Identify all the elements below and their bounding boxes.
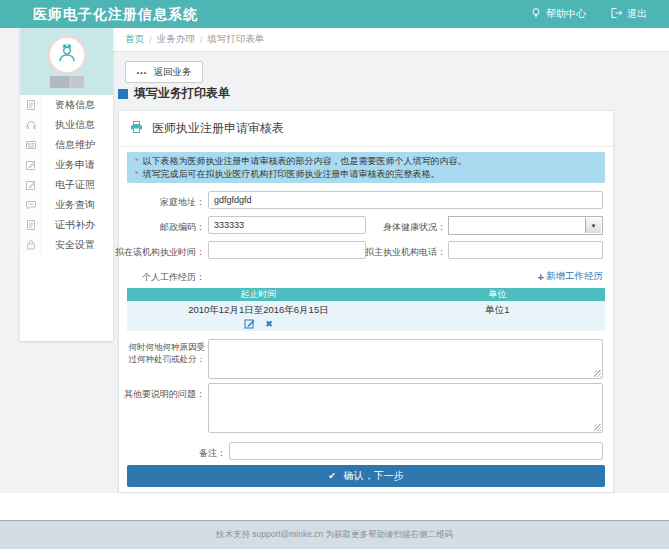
postal-code-input[interactable] xyxy=(208,216,366,234)
notice-box: *以下表格为医师执业注册申请审核表的部分内容，也是需要医师个人填写的内容。 *填… xyxy=(127,152,605,183)
sidebar-item-e-certificate[interactable]: 电子证照 xyxy=(20,175,113,195)
work-experience-label: 个人工作经历： xyxy=(142,271,205,284)
square-bullet-icon xyxy=(118,89,128,99)
document-icon xyxy=(20,215,42,235)
back-button-label: 返回业务 xyxy=(154,66,192,79)
postal-code-label: 邮政编码： xyxy=(160,221,205,234)
punishment-label: 何时何地何种原因受过何种处罚或处分： xyxy=(123,341,205,365)
row-actions: ✖ xyxy=(127,318,390,329)
chat-bubble-icon xyxy=(20,195,42,215)
delete-icon[interactable]: ✖ xyxy=(265,319,273,329)
other-issues-textarea-wrap xyxy=(208,383,603,433)
sidebar-item-label: 证书补办 xyxy=(42,218,95,232)
breadcrumb-current: 填写打印表单 xyxy=(207,33,264,46)
sidebar-item-security-settings[interactable]: 安全设置 xyxy=(20,235,113,255)
top-header: 医师电子化注册信息系统 帮助中心 退出 xyxy=(0,0,669,28)
add-work-experience-link[interactable]: + 新增工作经历 xyxy=(538,270,603,283)
column-header-unit: 单位 xyxy=(390,288,605,301)
sidebar-menu: 资格信息 执业信息 信息维护 业务申请 电子证照 业务查询 xyxy=(20,95,113,255)
asterisk-bullet: * xyxy=(135,169,139,179)
plus-icon: + xyxy=(538,271,544,283)
sidebar-item-label: 执业信息 xyxy=(42,118,95,132)
punishment-textarea[interactable] xyxy=(208,339,603,379)
avatar-area xyxy=(20,28,113,95)
panel-title: 医师执业注册申请审核表 xyxy=(152,120,284,137)
sidebar-item-practice[interactable]: 执业信息 xyxy=(20,115,113,135)
doctor-icon xyxy=(55,41,79,69)
other-issues-textarea[interactable] xyxy=(208,383,603,433)
table-row: 2010年12月1日至2016年6月15日 ✖ 单位1 xyxy=(127,301,605,331)
check-icon: ✔ xyxy=(328,471,336,481)
header-actions: 帮助中心 退出 xyxy=(530,0,647,28)
breadcrumb: 首页 / 业务办理 / 填写打印表单 xyxy=(113,28,669,52)
breadcrumb-home[interactable]: 首页 xyxy=(125,33,144,46)
unit-cell: 单位1 xyxy=(390,301,605,331)
footer: 技术支持 support@minke.cn 为获取更多帮助请扫描右侧二维码 xyxy=(0,520,669,549)
sidebar-item-label: 业务申请 xyxy=(42,158,95,172)
sidebar-item-certificate-reissue[interactable]: 证书补办 xyxy=(20,215,113,235)
remarks-label: 备注： xyxy=(199,447,226,460)
chevron-down-icon[interactable]: ▼ xyxy=(585,218,601,233)
org-phone-label: 拟主执业机构电话： xyxy=(365,246,446,259)
asterisk-bullet: * xyxy=(135,156,139,166)
help-center-button[interactable]: 帮助中心 xyxy=(530,7,586,22)
breadcrumb-separator: / xyxy=(200,34,203,45)
home-address-input[interactable] xyxy=(208,191,603,209)
lock-icon xyxy=(20,235,42,255)
sidebar-item-label: 资格信息 xyxy=(42,98,95,112)
avatar[interactable] xyxy=(48,36,86,74)
practice-time-label: 拟在该机构执业时间： xyxy=(115,246,205,259)
document-icon xyxy=(20,95,42,115)
ellipsis-icon: … xyxy=(136,67,148,73)
lightbulb-icon xyxy=(530,7,542,22)
sidebar-item-info-maintenance[interactable]: 信息维护 xyxy=(20,135,113,155)
user-name-redacted xyxy=(50,76,84,88)
panel-header: 医师执业注册申请审核表 xyxy=(119,111,613,147)
footer-text: 技术支持 support@minke.cn 为获取更多帮助请扫描右侧二维码 xyxy=(216,529,453,541)
confirm-next-button[interactable]: ✔ 确认，下一步 xyxy=(127,465,605,487)
logout-button[interactable]: 退出 xyxy=(610,7,647,21)
headset-icon xyxy=(20,115,42,135)
pencil-square-icon xyxy=(20,175,42,195)
sidebar-item-label: 业务查询 xyxy=(42,198,95,212)
sidebar-item-label: 电子证照 xyxy=(42,178,95,192)
help-center-label: 帮助中心 xyxy=(546,7,586,21)
form-panel: 医师执业注册申请审核表 *以下表格为医师执业注册申请审核表的部分内容，也是需要医… xyxy=(118,110,614,493)
sidebar-item-label: 信息维护 xyxy=(42,138,95,152)
org-phone-input[interactable] xyxy=(448,241,603,259)
home-address-label: 家庭地址： xyxy=(160,196,205,209)
remarks-input[interactable] xyxy=(229,442,603,460)
practice-time-input[interactable] xyxy=(208,241,366,259)
sidebar-item-business-query[interactable]: 业务查询 xyxy=(20,195,113,215)
other-issues-label: 其他要说明的问题： xyxy=(124,388,205,401)
punishment-textarea-wrap xyxy=(208,339,603,379)
printer-icon xyxy=(129,120,144,137)
idcard-icon xyxy=(20,135,42,155)
sidebar: 资格信息 执业信息 信息维护 业务申请 电子证照 业务查询 xyxy=(20,28,113,341)
breadcrumb-business[interactable]: 业务办理 xyxy=(157,33,195,46)
pencil-square-icon xyxy=(20,155,42,175)
app-window: 医师电子化注册信息系统 帮助中心 退出 首页 / 业务办理 / 填写打印表单 xyxy=(0,0,669,554)
period-cell: 2010年12月1日至2016年6月15日 xyxy=(127,304,390,317)
notice-line: *以下表格为医师执业注册申请审核表的部分内容，也是需要医师个人填写的内容。 xyxy=(135,155,597,168)
sidebar-item-qualification[interactable]: 资格信息 xyxy=(20,95,113,115)
app-title: 医师电子化注册信息系统 xyxy=(33,6,198,24)
notice-line: *填写完成后可在拟执业医疗机构打印医师执业注册申请审核表的完整表格。 xyxy=(135,168,597,181)
health-status-select[interactable]: ▼ xyxy=(448,216,603,235)
sidebar-item-business-apply[interactable]: 业务申请 xyxy=(20,155,113,175)
logout-icon xyxy=(610,7,623,21)
confirm-next-label: 确认，下一步 xyxy=(344,469,404,483)
logout-label: 退出 xyxy=(627,7,647,21)
edit-icon[interactable] xyxy=(244,318,255,329)
page-title: 填写业务打印表单 xyxy=(118,85,230,102)
back-to-business-button[interactable]: … 返回业务 xyxy=(125,61,203,83)
table-header-row: 起止时间 单位 xyxy=(127,288,605,301)
breadcrumb-separator: / xyxy=(149,34,152,45)
column-header-period: 起止时间 xyxy=(127,288,390,301)
sidebar-item-label: 安全设置 xyxy=(42,238,95,252)
health-status-label: 身体健康状况： xyxy=(383,221,446,234)
work-experience-table: 起止时间 单位 2010年12月1日至2016年6月15日 ✖ 单位1 xyxy=(127,288,605,331)
